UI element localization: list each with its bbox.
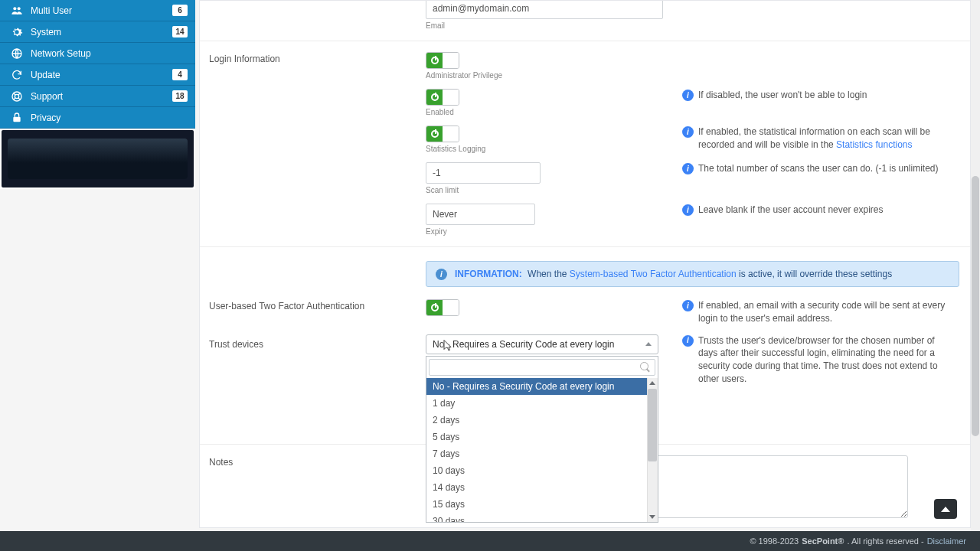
expiry-sublabel: Expiry <box>426 227 682 236</box>
footer-brand: SecPoint® <box>802 536 844 546</box>
section-trust-devices: Trust devices <box>200 334 426 350</box>
sidebar-item-label: Multi User <box>31 5 72 16</box>
sidebar-item-update[interactable]: Update 4 <box>0 64 195 86</box>
email-field[interactable] <box>426 0 663 19</box>
page-scroll-thumb[interactable] <box>972 176 979 436</box>
sidebar-badge: 4 <box>172 69 188 80</box>
trust-devices-select[interactable]: No - Requires a Security Code at every l… <box>426 334 682 354</box>
lifebuoy-icon <box>11 90 23 103</box>
info-banner: INFORMATION: When the System-based Two F… <box>426 261 959 287</box>
toggle-stats-logging[interactable] <box>426 126 459 142</box>
info-icon <box>682 163 694 174</box>
power-icon <box>431 304 439 311</box>
trust-dropdown-list: No - Requires a Security Code at every l… <box>426 378 658 522</box>
network-icon <box>11 47 23 60</box>
dropdown-scrollbar[interactable] <box>647 378 658 522</box>
trust-option[interactable]: 14 days <box>426 479 647 496</box>
svg-point-0 <box>13 7 16 10</box>
info-icon <box>682 90 694 101</box>
info-icon <box>682 300 694 311</box>
power-icon <box>431 130 439 138</box>
page-scrollbar[interactable] <box>971 0 980 531</box>
sidebar-item-label: Network Setup <box>31 48 91 59</box>
disclaimer-link[interactable]: Disclaimer <box>927 536 966 546</box>
trust-option[interactable]: No - Requires a Security Code at every l… <box>426 378 647 395</box>
trust-selected-value: No - Requires a Security Code at every l… <box>433 339 614 350</box>
info-banner-label: INFORMATION: <box>455 269 522 279</box>
toggle-user-2fa[interactable] <box>426 299 459 316</box>
users-icon <box>11 5 23 17</box>
search-icon <box>640 362 650 372</box>
sidebar-badge: 18 <box>172 90 188 102</box>
trust-option[interactable]: 15 days <box>426 496 647 513</box>
sidebar-item-label: Privacy <box>31 112 60 123</box>
stats-functions-link[interactable]: Statistics functions <box>836 139 912 150</box>
power-icon <box>431 57 439 64</box>
scroll-up-icon[interactable] <box>649 381 655 385</box>
content-panel: Email Login Information Administrator Pr… <box>199 0 971 528</box>
enabled-help: If disabled, the user won't be able to l… <box>698 89 867 102</box>
enabled-sublabel: Enabled <box>426 108 682 116</box>
sidebar: Multi User 6 System 14 Network Setup Upd… <box>0 0 195 189</box>
lock-icon <box>11 112 23 124</box>
info-icon <box>682 335 694 347</box>
stats-sublabel: Statistics Logging <box>426 145 682 153</box>
scroll-thumb[interactable] <box>648 389 657 461</box>
sidebar-item-system[interactable]: System 14 <box>0 21 195 43</box>
stats-help: If enabled, the statistical information … <box>698 126 955 152</box>
system-2fa-link[interactable]: System-based Two Factor Authentication <box>570 269 737 279</box>
sidebar-item-multi-user[interactable]: Multi User 6 <box>0 0 195 21</box>
section-notes: Notes <box>200 455 426 468</box>
expiry-help: Leave blank if the user account never ex… <box>698 204 883 217</box>
svg-point-4 <box>15 94 18 98</box>
sidebar-item-network-setup[interactable]: Network Setup <box>0 43 195 64</box>
trust-option[interactable]: 7 days <box>426 445 647 462</box>
twofa-help: If enabled, an email with a security cod… <box>698 299 955 325</box>
trust-dropdown-panel: No - Requires a Security Code at every l… <box>426 356 658 523</box>
info-icon <box>682 126 694 138</box>
sidebar-badge: 6 <box>172 5 188 16</box>
sidebar-item-privacy[interactable]: Privacy <box>0 107 195 129</box>
trust-option[interactable]: 10 days <box>426 462 647 479</box>
sidebar-badge: 14 <box>172 26 188 37</box>
expiry-field[interactable] <box>426 204 535 225</box>
scroll-down-icon[interactable] <box>649 515 655 519</box>
sidebar-item-label: Support <box>31 91 63 102</box>
refresh-icon <box>11 69 23 81</box>
toggle-admin-privilege[interactable] <box>426 52 459 69</box>
email-sublabel: Email <box>426 21 682 30</box>
trust-dropdown-search[interactable] <box>429 359 655 376</box>
trust-option[interactable]: 5 days <box>426 429 647 445</box>
info-icon <box>436 269 447 280</box>
section-login-info: Login Information <box>200 52 426 80</box>
power-icon <box>431 93 439 101</box>
scan-limit-sublabel: Scan limit <box>426 186 682 194</box>
sidebar-item-label: Update <box>31 70 60 80</box>
scan-limit-field[interactable] <box>426 162 541 184</box>
section-user-2fa: User-based Two Factor Authentication <box>200 299 426 325</box>
sidebar-item-label: System <box>31 27 61 37</box>
trust-help: Trusts the user's device/browser for the… <box>698 334 955 386</box>
toggle-enabled[interactable] <box>426 89 459 106</box>
gear-icon <box>11 26 23 38</box>
scan-limit-help: The total number of scans the user can d… <box>698 162 938 175</box>
trust-option[interactable]: 1 day <box>426 395 647 412</box>
svg-rect-5 <box>13 116 20 122</box>
sidebar-item-support[interactable]: Support 18 <box>0 86 195 107</box>
trust-option[interactable]: 2 days <box>426 412 647 429</box>
svg-point-1 <box>18 7 21 10</box>
admin-priv-sublabel: Administrator Privilege <box>426 71 682 80</box>
device-image <box>2 130 194 187</box>
trust-option[interactable]: 30 days <box>426 513 647 522</box>
footer: © 1998-2023 SecPoint® . All rights reser… <box>0 531 980 551</box>
scroll-to-top-button[interactable] <box>934 499 957 519</box>
info-icon <box>682 204 694 216</box>
chevron-up-icon <box>645 342 652 346</box>
